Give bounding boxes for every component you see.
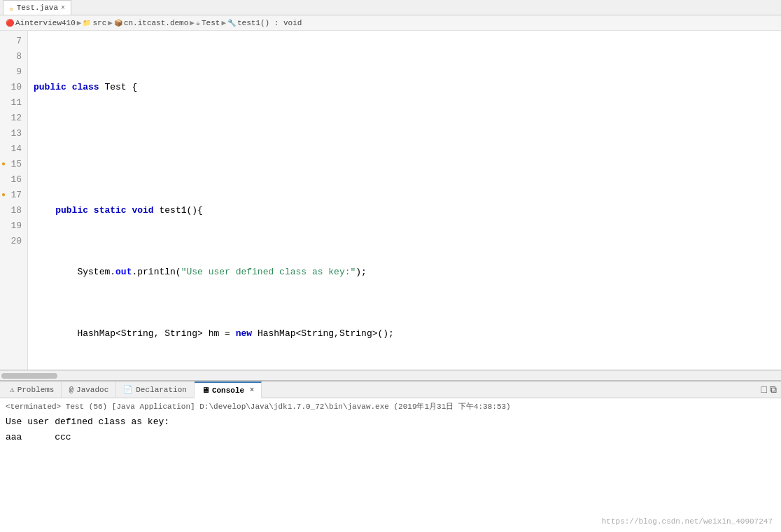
- line-num-8: 8: [0, 49, 27, 64]
- line-num-11: 11: [0, 95, 27, 111]
- tab-javadoc[interactable]: @ Javadoc: [62, 382, 116, 398]
- code-line-9: public static void test1(){: [34, 203, 781, 218]
- line-num-19: 19: [0, 218, 27, 234]
- breadcrumb-item-2[interactable]: cn.itcast.demo: [124, 19, 188, 27]
- code-line-8: [34, 141, 781, 157]
- line-num-15: 15: [0, 157, 27, 172]
- maximize-icon[interactable]: ⧉: [770, 384, 777, 396]
- breadcrumb: 🔴 Ainterview410 ▶ 📁 src ▶ 📦 cn.itcast.de…: [0, 15, 781, 31]
- line-numbers: 7 8 9 10 11 12 13 14 15 16 17 18 19 20: [0, 31, 28, 370]
- breadcrumb-icon-3: ☕: [196, 19, 200, 27]
- breadcrumb-sep-1: ▶: [108, 18, 113, 27]
- tab-close-button[interactable]: ×: [61, 4, 65, 12]
- console-output: Use user defined class as key: aaa ccc: [6, 414, 775, 445]
- breadcrumb-sep-0: ▶: [77, 18, 82, 27]
- minimize-icon[interactable]: □: [761, 384, 767, 396]
- console-close-icon[interactable]: ×: [250, 386, 254, 394]
- code-editor[interactable]: 7 8 9 10 11 12 13 14 15 16 17 18 19 20 p…: [0, 31, 781, 370]
- declaration-label: Declaration: [136, 386, 187, 394]
- breadcrumb-icon-1: 📁: [83, 19, 91, 27]
- line-num-9: 9: [0, 64, 27, 80]
- watermark: https://blog.csdn.net/weixin_40907247: [602, 516, 773, 526]
- breadcrumb-item-0[interactable]: Ainterview410: [15, 19, 76, 27]
- breadcrumb-sep-2: ▶: [190, 18, 195, 27]
- java-file-icon: ☕: [9, 4, 14, 13]
- tab-console[interactable]: 🖥 Console ×: [195, 382, 262, 398]
- bottom-panel: ⚠ Problems @ Javadoc 📄 Declaration 🖥 Con…: [0, 380, 781, 532]
- code-lines[interactable]: public class Test { public static void t…: [28, 31, 781, 370]
- problems-label: Problems: [17, 386, 55, 394]
- line-num-20: 20: [0, 234, 27, 249]
- breadcrumb-icon-2: 📦: [114, 19, 122, 27]
- breadcrumb-item-1[interactable]: src: [92, 19, 106, 27]
- line-num-17: 17: [0, 188, 27, 203]
- breadcrumb-icon-0: 🔴: [6, 19, 14, 27]
- code-line-10: System.out.println("Use user defined cla…: [34, 265, 781, 280]
- problems-icon: ⚠: [10, 385, 15, 394]
- panel-actions: □ ⧉: [761, 384, 781, 396]
- console-line-1: Use user defined class as key:: [6, 414, 775, 430]
- tab-bar: ☕ Test.java ×: [0, 0, 781, 15]
- console-icon: 🖥: [202, 386, 209, 395]
- code-line-7: public class Test {: [34, 80, 781, 95]
- tab-label: Test.java: [17, 4, 58, 12]
- breadcrumb-item-3[interactable]: Test: [202, 19, 220, 27]
- declaration-icon: 📄: [123, 385, 133, 394]
- console-output-area: <terminated> Test (56) [Java Application…: [0, 398, 781, 532]
- tab-declaration[interactable]: 📄 Declaration: [116, 382, 195, 398]
- line-num-7: 7: [0, 34, 27, 49]
- line-num-18: 18: [0, 203, 27, 218]
- breadcrumb-sep-3: ▶: [221, 18, 226, 27]
- line-num-10: 10: [0, 80, 27, 95]
- console-label: Console: [212, 386, 244, 395]
- bottom-tab-bar: ⚠ Problems @ Javadoc 📄 Declaration 🖥 Con…: [0, 382, 781, 398]
- code-line-11: HashMap<String, String> hm = new HashMap…: [34, 326, 781, 342]
- console-header: <terminated> Test (56) [Java Application…: [6, 401, 775, 412]
- line-num-14: 14: [0, 141, 27, 157]
- horizontal-scrollbar[interactable]: [0, 370, 781, 380]
- file-tab[interactable]: ☕ Test.java ×: [3, 0, 71, 15]
- line-num-12: 12: [0, 111, 27, 126]
- breadcrumb-item-4[interactable]: test1() : void: [237, 19, 302, 27]
- console-line-2: aaa ccc: [6, 430, 775, 445]
- javadoc-label: Javadoc: [76, 386, 108, 394]
- scrollbar-thumb[interactable]: [1, 373, 57, 379]
- breadcrumb-icon-4: 🔧: [227, 19, 236, 27]
- javadoc-icon: @: [69, 386, 73, 394]
- line-num-13: 13: [0, 126, 27, 141]
- tab-problems[interactable]: ⚠ Problems: [3, 382, 62, 398]
- line-num-16: 16: [0, 172, 27, 188]
